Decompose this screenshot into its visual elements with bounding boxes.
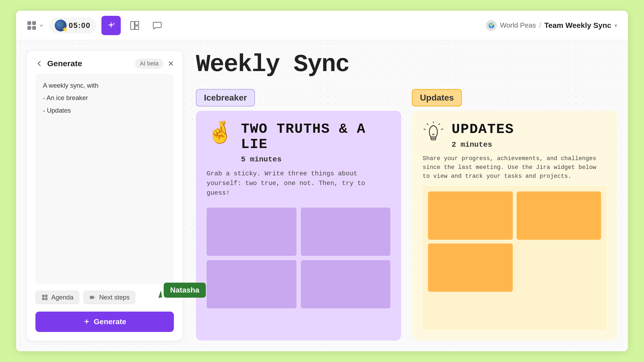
breadcrumb-separator: / [539, 21, 541, 29]
toolbar-left: 🎵 ⭐ 05:00 [27, 16, 166, 35]
timer-star: ⭐ [62, 27, 68, 32]
sticky-note-3 [207, 260, 297, 308]
layout-icon [130, 21, 140, 30]
next-steps-chip-label: Next steps [99, 294, 130, 301]
breadcrumb-page-title: Team Weekly Sync [544, 21, 611, 30]
logo-icon [27, 21, 36, 30]
svg-line-13 [427, 124, 428, 125]
breadcrumb-chevron-icon[interactable]: ▾ [614, 22, 617, 29]
panel-back-button[interactable] [35, 60, 43, 67]
svg-rect-5 [135, 21, 139, 25]
crossed-fingers-icon: 🤞 [207, 121, 233, 143]
agenda-chip-label: Agenda [51, 294, 74, 301]
sparkle-icon [106, 21, 116, 30]
svg-rect-2 [27, 26, 31, 30]
panel-title: Generate [47, 59, 131, 68]
updates-sticky-area [423, 186, 606, 330]
svg-rect-6 [135, 26, 139, 29]
generate-sparkle-icon [83, 318, 90, 326]
next-steps-chip[interactable]: Next steps [83, 291, 135, 304]
svg-rect-0 [27, 21, 31, 25]
back-icon [35, 60, 43, 67]
ai-button[interactable] [101, 16, 121, 35]
updates-card-title: UPDATES [452, 121, 514, 137]
sticky-note-2 [301, 208, 391, 256]
updates-title-area: UPDATES 2 minutes [452, 121, 514, 149]
cursor-area: Natasha [158, 283, 206, 298]
updates-card-header: UPDATES 2 minutes [423, 121, 606, 149]
lightbulb-icon [423, 121, 444, 147]
svg-rect-4 [131, 21, 134, 29]
svg-rect-1 [32, 21, 36, 25]
panel-line2: - An ice breaker [43, 93, 166, 103]
updates-card: UPDATES 2 minutes Share your progress, a… [412, 111, 617, 341]
sticky-note-4 [301, 260, 391, 308]
icebreaker-card-title: TWO TRUTHS & A LIE [241, 121, 390, 152]
svg-line-16 [441, 129, 443, 130]
icebreaker-card-header: 🤞 TWO TRUTHS & A LIE 5 minutes [207, 121, 390, 164]
updates-column-header: Updates [412, 89, 462, 106]
generate-button[interactable]: Generate [35, 312, 174, 332]
canvas-area: Weekly Sync Icebreaker 🤞 TWO TRUTHS & A … [182, 40, 628, 351]
breadcrumb-org: World Peas [500, 21, 536, 29]
panel-line1: A weekly sync, with [43, 80, 166, 91]
svg-rect-9 [42, 298, 45, 300]
agenda-icon [41, 294, 49, 301]
timer-display: 05:00 [69, 21, 91, 30]
panel-header: Generate AI beta ✕ [27, 51, 182, 74]
icebreaker-sticky-grid [207, 208, 390, 308]
svg-line-14 [439, 124, 440, 125]
update-sticky-3 [428, 243, 513, 292]
next-steps-icon [89, 294, 97, 301]
timer-widget[interactable]: 🎵 ⭐ 05:00 [49, 17, 96, 34]
chat-button[interactable] [149, 17, 166, 34]
cursor-arrow [157, 290, 162, 298]
panel-close-button[interactable]: ✕ [168, 59, 174, 68]
chevron-down-icon [39, 23, 44, 28]
svg-rect-8 [45, 295, 47, 297]
generate-button-label: Generate [94, 317, 126, 326]
panel-line3: - Updates [43, 105, 166, 116]
columns-row: Icebreaker 🤞 TWO TRUTHS & A LIE 5 minute… [196, 89, 617, 341]
generate-panel: Generate AI beta ✕ A weekly sync, with -… [27, 51, 182, 341]
updates-description: Share your progress, achievements, and c… [423, 154, 606, 181]
svg-line-15 [424, 129, 425, 130]
ai-badge: AI beta [135, 58, 163, 69]
svg-rect-7 [42, 295, 45, 297]
svg-rect-18 [431, 139, 436, 140]
icebreaker-column: Icebreaker 🤞 TWO TRUTHS & A LIE 5 minute… [196, 89, 401, 341]
timer-avatar: 🎵 ⭐ [55, 20, 67, 31]
app-window: 🎵 ⭐ 05:00 [16, 11, 628, 351]
icebreaker-column-header: Icebreaker [196, 89, 255, 106]
svg-rect-3 [32, 26, 36, 30]
svg-rect-11 [90, 296, 94, 299]
breadcrumb-org-logo: 🌍 [486, 20, 497, 31]
panel-text-content: A weekly sync, with - An ice breaker - U… [35, 74, 174, 284]
sticky-note-1 [207, 208, 297, 256]
breadcrumb: 🌍 World Peas / Team Weekly Sync ▾ [486, 20, 617, 31]
logo-button[interactable] [27, 21, 44, 30]
main-content: Generate AI beta ✕ A weekly sync, with -… [16, 40, 628, 351]
updates-column: Updates [412, 89, 617, 341]
update-sticky-2 [517, 191, 601, 240]
update-sticky-1 [428, 191, 513, 240]
icebreaker-card: 🤞 TWO TRUTHS & A LIE 5 minutes Grab a st… [196, 111, 401, 341]
top-bar: 🎵 ⭐ 05:00 [16, 11, 628, 40]
svg-rect-10 [45, 298, 47, 300]
layout-button[interactable] [126, 17, 143, 34]
icebreaker-title-area: TWO TRUTHS & A LIE 5 minutes [241, 121, 390, 164]
cursor-tooltip: Natasha [164, 283, 206, 298]
updates-duration: 2 minutes [452, 141, 514, 149]
chat-icon [152, 21, 162, 30]
icebreaker-duration: 5 minutes [241, 155, 390, 164]
page-title: Weekly Sync [196, 51, 617, 78]
agenda-chip[interactable]: Agenda [35, 291, 79, 304]
icebreaker-description: Grab a sticky. Write three things about … [207, 169, 390, 198]
